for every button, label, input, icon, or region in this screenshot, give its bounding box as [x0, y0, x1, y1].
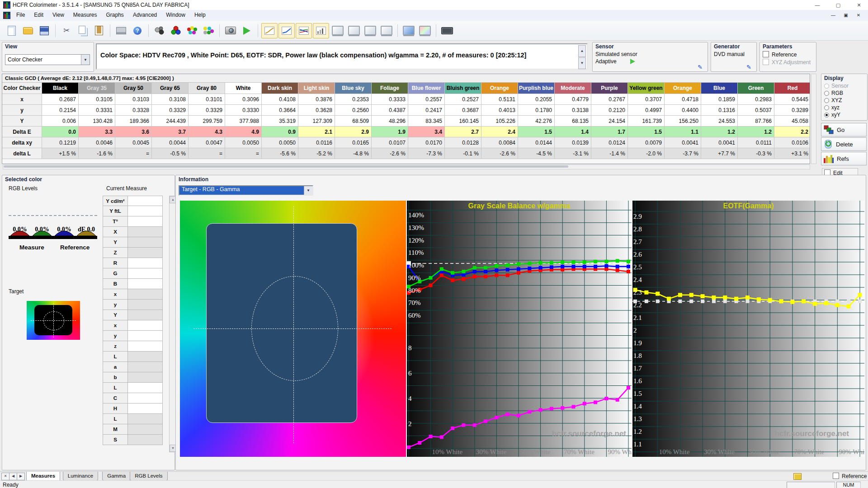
information-dropdown[interactable]: Target - RGB - Gamma ▼: [179, 185, 313, 196]
close-icon[interactable]: ✕: [850, 0, 868, 10]
info-bar-spinner[interactable]: ▲ ▼: [578, 45, 586, 68]
view-rgb-levels-button[interactable]: [296, 23, 312, 38]
view-cie-button[interactable]: [330, 23, 345, 38]
column-header[interactable]: Orange: [481, 83, 518, 94]
menu-item-edit[interactable]: Edit: [29, 10, 48, 20]
column-header[interactable]: Orange: [665, 83, 701, 94]
column-header[interactable]: Bluish green: [445, 83, 481, 94]
tab-gamma[interactable]: Gamma: [102, 472, 131, 481]
measure-primaries-button[interactable]: [168, 23, 184, 38]
monitor-icon: [381, 26, 392, 35]
column-header[interactable]: Blue: [701, 83, 738, 94]
minimize-icon[interactable]: —: [808, 0, 826, 10]
column-header[interactable]: Purple: [591, 83, 628, 94]
monitor-icon: [332, 26, 344, 35]
table-cell: 0.0044: [152, 137, 189, 148]
view-pattern-blue-button[interactable]: [401, 23, 416, 38]
capture-button[interactable]: [223, 23, 238, 38]
measure-grayscale-button[interactable]: [152, 23, 167, 38]
cut-button[interactable]: ✂: [59, 23, 74, 38]
reference-checkbox[interactable]: Reference: [833, 473, 867, 479]
table-cell: 0.0111: [738, 137, 774, 148]
table-cell: -4.8 %: [335, 148, 372, 159]
maximize-icon[interactable]: ▢: [829, 0, 847, 10]
view-histogram-button[interactable]: [363, 23, 378, 38]
sensor-run-icon[interactable]: [630, 59, 635, 64]
column-header[interactable]: Purplish blue: [518, 83, 555, 94]
column-header[interactable]: Blue sky: [335, 83, 372, 94]
help-button[interactable]: ?: [130, 23, 145, 38]
measure-secondaries-button[interactable]: [184, 23, 200, 38]
spinner-up-icon[interactable]: ▲: [578, 45, 586, 57]
generator-edit-icon[interactable]: ✎: [746, 64, 754, 70]
column-header[interactable]: Red: [774, 83, 810, 94]
scrollbar-thumb[interactable]: [4, 165, 568, 168]
luminance-chart-icon: [264, 27, 274, 35]
info-bar: Color Space: HDTV Rec709 , White Point: …: [96, 43, 588, 70]
refs-button[interactable]: Refs: [821, 152, 867, 165]
column-header[interactable]: Foliage: [372, 83, 408, 94]
pattern-generator-button[interactable]: [439, 23, 455, 38]
print-button[interactable]: [113, 23, 129, 38]
tab-measures[interactable]: Measures: [26, 472, 60, 481]
view-saturation-button[interactable]: [379, 23, 394, 38]
view-colortemp-button[interactable]: [313, 23, 329, 38]
table-cell: -2.6 %: [372, 148, 408, 159]
sensor-edit-icon[interactable]: ✎: [698, 64, 705, 70]
view-pattern-color-button[interactable]: [417, 23, 433, 38]
menu-item-help[interactable]: Help: [190, 10, 210, 20]
menu-item-view[interactable]: View: [48, 10, 69, 20]
tab-close-icon[interactable]: ✕: [1, 473, 9, 480]
column-header[interactable]: Light skin: [298, 83, 335, 94]
view-gamma-button[interactable]: [278, 23, 295, 38]
status-bar: Ready NUM: [0, 480, 868, 488]
column-header[interactable]: Gray 50: [115, 83, 152, 94]
column-header[interactable]: Black: [42, 83, 79, 94]
open-file-button[interactable]: [20, 23, 36, 38]
go-button[interactable]: Go: [821, 123, 867, 136]
display-radio-xyy[interactable]: xyY: [821, 111, 867, 118]
column-header[interactable]: Moderate: [555, 83, 591, 94]
save-button[interactable]: [37, 23, 52, 38]
display-radio-xyz[interactable]: XYZ: [821, 97, 867, 104]
table-vertical-scrollbar[interactable]: [811, 74, 816, 164]
table-horizontal-scrollbar[interactable]: [3, 164, 810, 169]
view-dropdown[interactable]: Color Checker ▼: [5, 54, 90, 65]
reference-checkbox[interactable]: Reference: [760, 51, 816, 58]
run-measures-button[interactable]: [239, 23, 255, 38]
delete-button[interactable]: Delete: [821, 137, 867, 151]
menu-item-graphs[interactable]: Graphs: [102, 10, 128, 20]
spinner-down-icon[interactable]: ▼: [578, 57, 586, 69]
menu-item-advanced[interactable]: Advanced: [128, 10, 161, 20]
tab-rgb-levels[interactable]: RGB Levels: [130, 472, 167, 481]
column-header[interactable]: Yellow green: [628, 83, 665, 94]
paste-button[interactable]: [91, 23, 107, 38]
mdi-close-icon[interactable]: ✕: [853, 12, 864, 19]
copy-button[interactable]: [75, 23, 90, 38]
generator-panel-title: Generator: [711, 42, 756, 51]
column-header[interactable]: White: [225, 83, 262, 94]
view-measures-grid-button[interactable]: [346, 23, 362, 38]
tab-next-icon[interactable]: ▶: [17, 473, 25, 480]
tab-prev-icon[interactable]: ◀: [9, 473, 17, 480]
column-header[interactable]: Dark skin: [262, 83, 298, 94]
column-header[interactable]: Gray 65: [152, 83, 189, 94]
menu-item-window[interactable]: Window: [161, 10, 190, 20]
new-file-button[interactable]: [4, 23, 19, 38]
display-radio-rgb[interactable]: RGB: [821, 89, 867, 97]
column-header[interactable]: Gray 80: [189, 83, 225, 94]
measure-colorchecker-button[interactable]: [201, 23, 216, 38]
svg-text:Gray Scale Balance w/gamma: Gray Scale Balance w/gamma: [468, 202, 571, 210]
current-measure-scrollbar[interactable]: ▲ ▼: [169, 196, 176, 452]
display-radio-xyz[interactable]: xyz: [821, 104, 867, 111]
menu-item-file[interactable]: File: [12, 10, 29, 20]
measure-row: x: [103, 320, 169, 331]
column-header[interactable]: Green: [738, 83, 774, 94]
mdi-restore-icon[interactable]: ▣: [840, 12, 852, 19]
menu-item-measures[interactable]: Measures: [69, 10, 102, 20]
mdi-minimize-icon[interactable]: —: [827, 12, 839, 19]
view-luminance-button[interactable]: [261, 23, 278, 38]
tab-luminance[interactable]: Luminance: [63, 472, 98, 481]
column-header[interactable]: Gray 35: [79, 83, 115, 94]
column-header[interactable]: Blue flower: [408, 83, 445, 94]
